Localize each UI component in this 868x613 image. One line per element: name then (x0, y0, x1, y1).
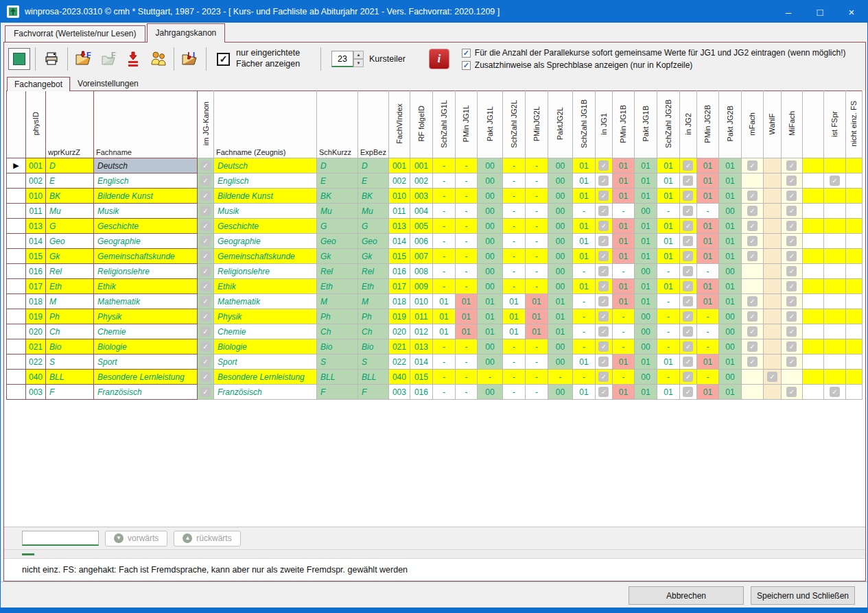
cell-pMinJG1L[interactable]: 01 (455, 324, 477, 339)
cell-blank[interactable] (802, 354, 823, 370)
cell-schZahlJG2L[interactable]: - (502, 385, 525, 400)
cell-schKurzz[interactable]: Eth (317, 279, 358, 294)
cell-fachname[interactable]: Gemeinschaftskunde (94, 249, 198, 264)
cell-paktJG1B[interactable]: 01 (634, 294, 657, 309)
cell-inJG1[interactable] (595, 370, 612, 385)
cell-blank[interactable] (802, 158, 823, 173)
cell-physID[interactable]: 014 (26, 234, 46, 249)
cell-rfFolgeID[interactable]: 006 (410, 234, 432, 249)
cell-schKurzz[interactable]: Ch (317, 324, 358, 339)
cell-wprKurzZ[interactable]: E (46, 173, 94, 189)
cell-schKurzz[interactable]: M (317, 294, 358, 309)
cell-inJG1[interactable] (595, 264, 612, 279)
back-button[interactable]: ▲ rückwärts (174, 531, 240, 546)
cell-schZahlJG1B[interactable]: 01 (572, 189, 595, 204)
cell-blank[interactable] (802, 385, 823, 400)
cell-schZahlJG2B[interactable]: 01 (657, 385, 679, 400)
cell-wprKurzZ[interactable]: G (46, 219, 94, 234)
cell-fachname[interactable]: Bildende Kunst (94, 189, 198, 204)
cell-pMinJG2L[interactable]: - (525, 385, 548, 400)
cell-fachname[interactable]: Französisch (94, 385, 198, 400)
spinner-up-icon[interactable]: ▲ (353, 51, 364, 59)
cell-rfFolgeID[interactable]: 007 (410, 249, 432, 264)
cell-fachVIndex[interactable]: 001 (388, 158, 410, 173)
cell-wprKurzZ[interactable]: Rel (46, 264, 94, 279)
cell-paktJG2L[interactable]: 01 (548, 294, 572, 309)
cell-physID[interactable]: 018 (26, 294, 46, 309)
cell-pMinJG1L[interactable]: - (455, 249, 477, 264)
cell-fachVIndex[interactable]: 040 (388, 370, 410, 385)
cell-paktJG2B[interactable]: 00 (718, 204, 741, 219)
cell-schZahlJG2L[interactable]: - (502, 249, 525, 264)
cell-pMinJG2L[interactable]: - (525, 249, 548, 264)
cell-schKurzz[interactable]: S (317, 354, 358, 370)
cell-istFSpr[interactable] (823, 158, 845, 173)
cell-paktJG2B[interactable]: 00 (718, 324, 741, 339)
cell-imJGKanon[interactable] (198, 370, 214, 385)
cell-ind[interactable] (7, 324, 26, 339)
cell-istFSpr[interactable] (823, 385, 845, 400)
cell-inJG1[interactable] (595, 309, 612, 324)
cell-pMinJG2B[interactable]: - (696, 309, 718, 324)
cell-schKurzz[interactable]: BK (317, 189, 358, 204)
cell-pMinJG1L[interactable]: - (455, 234, 477, 249)
cell-paktJG1L[interactable]: 00 (477, 279, 502, 294)
cell-schKurzz[interactable]: D (317, 158, 358, 173)
cell-fachnameZeugnis[interactable]: Geographie (214, 234, 317, 249)
cell-inJG2[interactable] (679, 234, 696, 249)
cell-inJG1[interactable] (595, 279, 612, 294)
cell-imJGKanon[interactable] (198, 204, 214, 219)
close-icon[interactable]: × (836, 1, 867, 23)
cell-expBez[interactable]: M (358, 294, 389, 309)
cell-rfFolgeID[interactable]: 002 (410, 173, 432, 189)
cell-pMinJG1B[interactable]: 01 (612, 354, 634, 370)
cell-rfFolgeID[interactable]: 015 (410, 370, 432, 385)
cell-rfFolgeID[interactable]: 010 (410, 294, 432, 309)
cell-pMinJG1L[interactable]: - (455, 264, 477, 279)
cell-wahlF[interactable] (763, 249, 781, 264)
filter-checkbox[interactable] (217, 53, 230, 66)
cell-fachVIndex[interactable]: 014 (388, 234, 410, 249)
cell-pMinJG1L[interactable]: - (455, 385, 477, 400)
cell-ind[interactable] (7, 189, 26, 204)
cell-paktJG1L[interactable]: 00 (477, 219, 502, 234)
cell-paktJG1L[interactable]: 00 (477, 385, 502, 400)
cell-paktJG2B[interactable]: 01 (718, 279, 741, 294)
cell-istFSpr[interactable] (823, 354, 845, 370)
cell-schZahlJG2B[interactable]: 01 (657, 249, 679, 264)
cell-blank[interactable] (802, 219, 823, 234)
cell-mFach[interactable] (741, 264, 763, 279)
cell-ind[interactable] (7, 264, 26, 279)
cell-blank[interactable] (802, 204, 823, 219)
cell-ind[interactable] (7, 370, 26, 385)
cell-miFach[interactable] (781, 294, 802, 309)
forward-button[interactable]: ▼ vorwärts (105, 531, 167, 546)
tab-jahrgangskanon[interactable]: Jahrgangskanon (147, 23, 226, 43)
cell-fachname[interactable]: Ethik (94, 279, 198, 294)
cell-rfFolgeID[interactable]: 012 (410, 324, 432, 339)
cell-wprKurzZ[interactable]: Eth (46, 279, 94, 294)
cell-rfFolgeID[interactable]: 011 (410, 309, 432, 324)
cell-ind[interactable] (7, 249, 26, 264)
kursteiler-value[interactable]: 23 (331, 51, 353, 67)
cell-schZahlJG1B[interactable]: 01 (572, 158, 595, 173)
cell-imJGKanon[interactable] (198, 264, 214, 279)
cell-wahlF[interactable] (763, 370, 781, 385)
cell-paktJG2B[interactable]: 01 (718, 294, 741, 309)
cell-pMinJG2B[interactable]: - (696, 339, 718, 354)
spinner-down-icon[interactable]: ▼ (353, 59, 364, 67)
cell-paktJG1B[interactable]: 00 (634, 324, 657, 339)
cell-wahlF[interactable] (763, 158, 781, 173)
cell-schZahlJG1B[interactable]: 01 (572, 385, 595, 400)
cell-paktJG1L[interactable]: 00 (477, 249, 502, 264)
cell-schKurzz[interactable]: G (317, 219, 358, 234)
cell-physID[interactable]: 017 (26, 279, 46, 294)
cell-schZahlJG1B[interactable]: 01 (572, 173, 595, 189)
cell-wprKurzZ[interactable]: M (46, 294, 94, 309)
cell-pMinJG1B[interactable]: 01 (612, 294, 634, 309)
cell-fachname[interactable]: Besondere Lernleistung (94, 370, 198, 385)
cell-pMinJG2B[interactable]: 01 (696, 189, 718, 204)
cell-paktJG1L[interactable]: 01 (477, 294, 502, 309)
cell-miFach[interactable] (781, 264, 802, 279)
cell-schZahlJG2B[interactable]: 01 (657, 173, 679, 189)
